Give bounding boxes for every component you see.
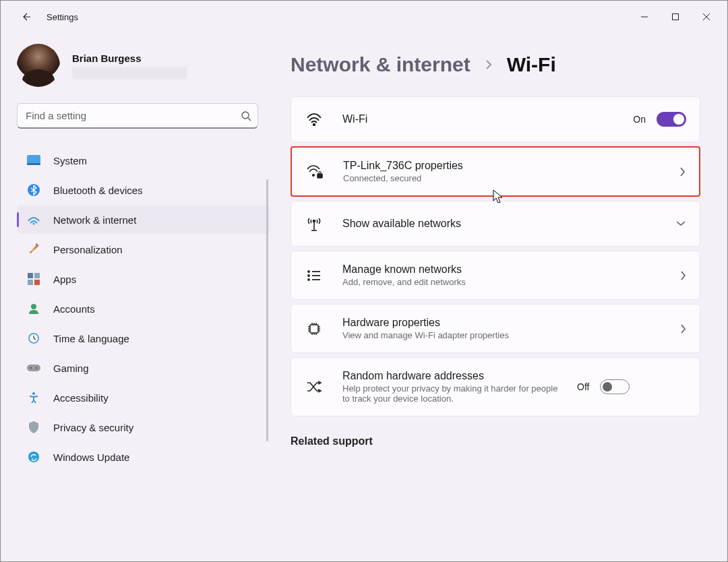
svg-rect-16 — [27, 365, 40, 371]
breadcrumb: Network & internet Wi-Fi — [291, 53, 700, 76]
arrow-left-icon — [22, 11, 33, 22]
search-input[interactable] — [17, 103, 258, 129]
gamepad-icon — [26, 361, 41, 375]
maximize-button[interactable] — [660, 3, 691, 30]
svg-point-19 — [32, 392, 35, 395]
sidebar-item-update[interactable]: Windows Update — [17, 443, 270, 471]
brush-icon — [26, 242, 41, 257]
sidebar-item-network[interactable]: Network & internet — [17, 206, 270, 234]
chevron-right-icon — [679, 323, 686, 334]
sidebar-scrollbar[interactable] — [266, 179, 268, 553]
sidebar-item-label: Windows Update — [53, 451, 129, 463]
wifi-toggle[interactable] — [657, 112, 686, 127]
card-subtitle: Connected, secured — [343, 173, 660, 183]
minimize-button[interactable] — [629, 3, 660, 30]
svg-rect-9 — [28, 273, 33, 278]
sidebar-item-time[interactable]: Time & language — [17, 324, 270, 352]
sidebar-item-system[interactable]: System — [17, 146, 270, 175]
svg-line-3 — [248, 118, 251, 121]
profile-block[interactable]: Brian Burgess — [17, 44, 270, 87]
svg-point-13 — [31, 304, 36, 309]
antenna-icon — [305, 216, 324, 232]
chip-icon — [305, 321, 324, 336]
card-subtitle: Add, remove, and edit networks — [342, 277, 661, 287]
list-icon — [305, 270, 324, 282]
known-networks-card[interactable]: Manage known networks Add, remove, and e… — [291, 251, 700, 300]
sidebar-item-bluetooth[interactable]: Bluetooth & devices — [17, 176, 270, 204]
svg-point-31 — [308, 279, 309, 280]
related-support-heading: Related support — [291, 435, 700, 447]
sidebar-nav: System Bluetooth & devices Network & int… — [17, 146, 270, 471]
accessibility-icon — [26, 390, 41, 405]
sidebar-item-label: System — [53, 155, 87, 166]
svg-point-29 — [308, 275, 309, 276]
back-button[interactable] — [14, 3, 41, 30]
svg-point-7 — [33, 223, 35, 225]
profile-email-redacted — [72, 67, 187, 79]
svg-point-17 — [30, 367, 32, 369]
connected-network-card[interactable]: TP-Link_736C properties Connected, secur… — [291, 146, 700, 197]
card-title: Wi-Fi — [342, 113, 614, 125]
hardware-properties-card[interactable]: Hardware properties View and manage Wi-F… — [291, 304, 700, 353]
system-icon — [26, 153, 41, 168]
sidebar-item-label: Gaming — [53, 363, 89, 374]
svg-rect-33 — [310, 325, 318, 333]
minimize-icon — [640, 13, 648, 21]
titlebar: Settings — [1, 1, 727, 33]
card-title: Hardware properties — [342, 317, 661, 329]
sidebar-item-apps[interactable]: Apps — [17, 265, 270, 293]
accounts-icon — [26, 301, 41, 316]
card-subtitle: View and manage Wi-Fi adapter properties — [342, 330, 661, 340]
chevron-down-icon — [675, 220, 686, 227]
sidebar-item-label: Accounts — [53, 303, 95, 315]
svg-point-21 — [313, 124, 315, 126]
chevron-right-icon — [484, 59, 493, 71]
sidebar-item-label: Bluetooth & devices — [53, 185, 143, 196]
main-panel: Network & internet Wi-Fi Wi-Fi On TP — [270, 33, 727, 561]
svg-point-18 — [36, 367, 37, 369]
chevron-right-icon — [679, 270, 686, 281]
card-title: Show available networks — [342, 218, 657, 230]
toggle-state-label: Off — [577, 381, 589, 392]
profile-name: Brian Burgess — [72, 53, 187, 64]
sidebar-item-label: Apps — [53, 274, 76, 285]
wifi-icon — [305, 113, 324, 126]
scrollbar-thumb[interactable] — [266, 179, 268, 441]
svg-rect-5 — [27, 163, 40, 165]
svg-rect-4 — [27, 155, 40, 164]
random-mac-card[interactable]: Random hardware addresses Help protect y… — [291, 357, 700, 416]
update-icon — [26, 449, 41, 464]
svg-rect-1 — [673, 14, 679, 20]
svg-point-22 — [313, 174, 315, 176]
random-mac-toggle[interactable] — [600, 379, 630, 394]
sidebar-item-label: Time & language — [53, 333, 129, 344]
apps-icon — [26, 272, 41, 286]
svg-rect-11 — [28, 280, 33, 285]
wifi-toggle-card[interactable]: Wi-Fi On — [291, 96, 700, 142]
chevron-right-icon — [679, 166, 686, 177]
shield-icon — [26, 420, 41, 435]
sidebar-item-personalization[interactable]: Personalization — [17, 235, 270, 263]
clock-icon — [26, 331, 41, 346]
sidebar-item-accessibility[interactable]: Accessibility — [17, 383, 270, 412]
wifi-secured-icon — [305, 164, 324, 179]
network-icon — [26, 212, 41, 227]
bluetooth-icon — [26, 183, 41, 197]
close-button[interactable] — [691, 3, 722, 30]
sidebar-item-privacy[interactable]: Privacy & security — [17, 413, 270, 441]
card-title: Manage known networks — [342, 263, 661, 276]
avatar — [17, 44, 60, 87]
window-controls — [629, 3, 722, 30]
sidebar-item-label: Privacy & security — [53, 422, 133, 433]
svg-rect-12 — [34, 280, 40, 285]
sidebar-item-gaming[interactable]: Gaming — [17, 354, 270, 382]
available-networks-card[interactable]: Show available networks — [291, 201, 700, 247]
search-icon — [241, 111, 251, 121]
sidebar-item-label: Accessibility — [53, 392, 109, 404]
breadcrumb-parent[interactable]: Network & internet — [291, 53, 471, 76]
svg-point-2 — [242, 112, 249, 119]
sidebar-item-label: Personalization — [53, 244, 123, 255]
card-title: TP-Link_736C properties — [343, 160, 660, 172]
sidebar-item-accounts[interactable]: Accounts — [17, 294, 270, 323]
card-subtitle: Help protect your privacy by making it h… — [342, 383, 558, 404]
